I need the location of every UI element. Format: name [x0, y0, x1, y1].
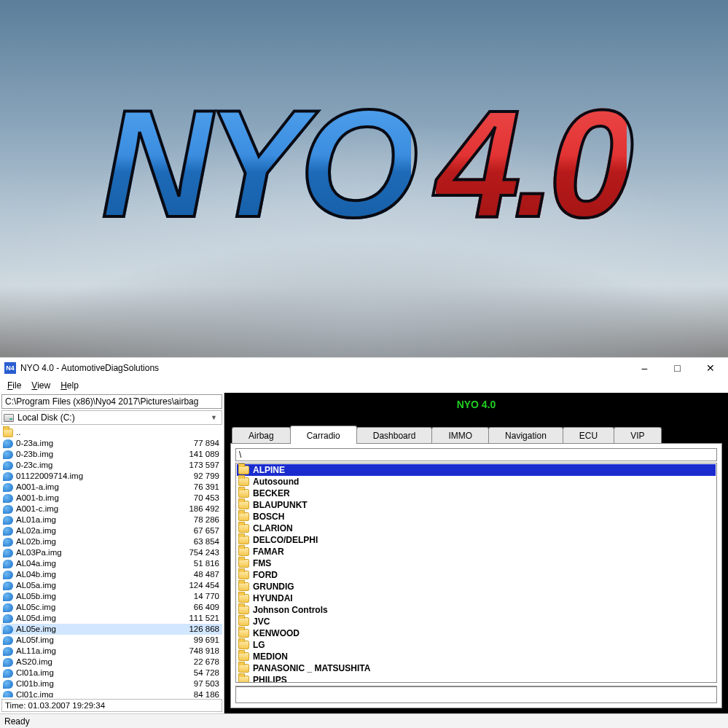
tab-ecu[interactable]: ECU [563, 427, 614, 444]
path-input[interactable] [1, 394, 222, 409]
file-size: 14 770 [194, 591, 221, 602]
window-title: NYO 4.0 - AutomotiveDiagSolutions [20, 363, 628, 373]
file-row[interactable]: AL02a.img67 657 [1, 525, 222, 536]
file-row[interactable]: AL03Pa.img754 243 [1, 547, 222, 558]
file-row[interactable]: AL05b.img14 770 [1, 591, 222, 602]
file-row[interactable]: Cl01c.img84 186 [1, 689, 222, 697]
directory-name: Autosound [253, 477, 713, 487]
file-row[interactable]: A001-c.img186 492 [1, 504, 222, 514]
file-size: 754 243 [189, 547, 221, 558]
file-row[interactable]: AL02b.img63 854 [1, 536, 222, 547]
window-minimize[interactable]: – [628, 359, 661, 377]
file-name: A001-b.img [16, 493, 194, 504]
file-name: AL11a.img [16, 646, 189, 657]
time-display: Time: 01.03.2007 19:29:34 [1, 699, 222, 712]
file-row[interactable]: 0-23b.img141 089 [1, 449, 222, 460]
file-size: 126 868 [189, 624, 221, 635]
directory-row[interactable]: BLAUPUNKT [237, 499, 716, 511]
file-row[interactable]: A001-a.img76 391 [1, 482, 222, 493]
window-close[interactable]: ✕ [694, 359, 727, 377]
app-icon: N4 [4, 362, 16, 374]
file-size: 92 799 [194, 471, 221, 482]
file-icon [3, 582, 13, 590]
file-row[interactable]: AL04a.img51 816 [1, 558, 222, 569]
product-banner: NYO 4.0 [0, 0, 728, 357]
directory-row[interactable]: Johnson Controls [237, 604, 716, 616]
file-icon [3, 527, 13, 536]
window-maximize[interactable]: □ [661, 359, 694, 377]
file-row[interactable]: AL05c.img66 409 [1, 602, 222, 613]
tab-airbag[interactable]: Airbag [232, 427, 291, 444]
app-header: NYO 4.0 [224, 393, 728, 416]
directory-name: FORD [253, 570, 713, 580]
directory-row[interactable]: FMS [237, 557, 716, 569]
directory-row[interactable]: DELCO/DELPHI [237, 534, 716, 546]
file-row[interactable]: AS20.img22 678 [1, 657, 222, 668]
directory-row[interactable]: KENWOOD [237, 627, 716, 639]
directory-name: MEDION [253, 651, 713, 662]
file-name: AL04b.img [16, 569, 194, 580]
breadcrumb[interactable]: \ [235, 448, 717, 461]
file-name: AL04a.img [16, 558, 194, 569]
directory-list[interactable]: ALPINEAutosoundBECKERBLAUPUNKTBOSCHCLARI… [235, 463, 717, 683]
directory-row[interactable]: FORD [237, 569, 716, 581]
menu-help[interactable]: Help [56, 379, 83, 392]
directory-row[interactable]: CLARION [237, 522, 716, 534]
file-row[interactable]: Cl01b.img97 503 [1, 678, 222, 689]
file-row[interactable]: A001-b.img70 453 [1, 493, 222, 504]
tab-carradio[interactable]: Carradio [290, 426, 357, 444]
file-icon [3, 560, 13, 568]
file-row[interactable]: AL01a.img78 286 [1, 514, 222, 525]
directory-name: JVC [253, 617, 713, 627]
tab-immo[interactable]: IMMO [431, 427, 489, 444]
file-row[interactable]: 01122009714.img92 799 [1, 471, 222, 482]
menu-view[interactable]: View [27, 379, 55, 392]
directory-row[interactable]: FAMAR [237, 546, 716, 557]
folder-icon [238, 489, 249, 498]
file-row[interactable]: 0-23a.img77 894 [1, 438, 222, 449]
tab-navigation[interactable]: Navigation [488, 427, 563, 444]
directory-row[interactable]: HYUNDAI [237, 592, 716, 604]
folder-icon [238, 582, 249, 591]
titlebar[interactable]: N4 NYO 4.0 - AutomotiveDiagSolutions – □… [0, 358, 728, 378]
tab-vip[interactable]: VIP [614, 427, 661, 444]
directory-name: PHILIPS [253, 675, 713, 683]
folder-icon [238, 524, 249, 533]
folder-icon [238, 617, 249, 626]
file-name: A001-a.img [16, 482, 194, 493]
directory-row[interactable]: GRUNDIG [237, 581, 716, 592]
file-row[interactable]: Cl01a.img54 728 [1, 668, 222, 678]
file-row[interactable]: AL05f.img99 691 [1, 635, 222, 646]
directory-row[interactable]: MEDION [237, 651, 716, 662]
file-row-parent[interactable]: .. [1, 427, 222, 438]
directory-row[interactable]: ALPINE [237, 464, 716, 476]
file-size: 48 487 [194, 569, 221, 580]
menu-file[interactable]: File [3, 379, 26, 392]
directory-row[interactable]: PANASONIC _ MATSUSHITA [237, 662, 716, 674]
file-name: .. [16, 427, 219, 438]
directory-row[interactable]: JVC [237, 616, 716, 627]
file-list[interactable]: ..0-23a.img77 8940-23b.img141 0890-23c.i… [0, 426, 224, 697]
file-row[interactable]: AL04b.img48 487 [1, 569, 222, 580]
file-size: 173 597 [189, 460, 221, 471]
drive-selector[interactable]: Local Disk (C:) ▼ [1, 410, 222, 425]
file-row[interactable]: AL05a.img124 454 [1, 580, 222, 591]
file-name: AL03Pa.img [16, 547, 189, 558]
file-size: 141 089 [189, 449, 221, 460]
file-row[interactable]: AL11a.img748 918 [1, 646, 222, 657]
directory-row[interactable]: LG [237, 639, 716, 651]
file-row[interactable]: AL05e.img126 868 [1, 624, 222, 635]
directory-name: KENWOOD [253, 628, 713, 638]
directory-row[interactable]: PHILIPS [237, 674, 716, 683]
directory-row[interactable]: BECKER [237, 488, 716, 499]
directory-name: BOSCH [253, 512, 713, 522]
staging-area[interactable] [235, 686, 717, 703]
directory-row[interactable]: BOSCH [237, 511, 716, 522]
tab-dashboard[interactable]: Dashboard [356, 427, 433, 444]
folder-icon [238, 664, 249, 673]
folder-icon [238, 559, 249, 568]
directory-row[interactable]: Autosound [237, 476, 716, 488]
drive-icon [4, 414, 14, 422]
file-row[interactable]: 0-23c.img173 597 [1, 460, 222, 471]
file-row[interactable]: AL05d.img111 521 [1, 613, 222, 624]
